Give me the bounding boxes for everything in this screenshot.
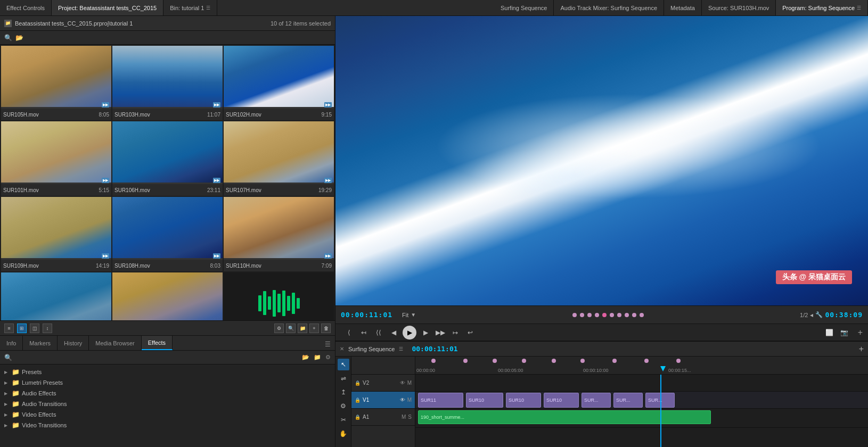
add-marker-btn[interactable]: + xyxy=(858,328,863,337)
step-fwd-btn[interactable]: ▶▶ xyxy=(435,327,446,338)
timeline-add-track-btn[interactable]: + xyxy=(859,344,864,354)
next-frame-btn[interactable]: ▶ xyxy=(420,327,431,338)
tl-marker-1 xyxy=(431,359,436,363)
page-indicator: 1/2 ◂ 🔧 00:38:09 xyxy=(800,311,863,319)
clip-sur-dots-2[interactable]: SUR... xyxy=(613,393,643,408)
tool-select[interactable]: ↖ xyxy=(338,359,349,370)
list-view-btn[interactable]: ≡ xyxy=(4,324,14,333)
new-item-btn[interactable]: + xyxy=(309,324,319,333)
clip-surfseq[interactable]: ▶▶ Surfing Sequence 38:09 xyxy=(112,272,223,320)
tl-marker-9 xyxy=(676,359,681,363)
clip-duration-sur109: 14:19 xyxy=(96,263,109,269)
effects-folder-btn[interactable]: 📂 xyxy=(302,354,309,361)
clip-sur108[interactable]: ▶▶ SUR108H.mov 8:03 xyxy=(112,197,223,271)
mute-v2[interactable]: M xyxy=(407,380,412,386)
timeline-menu-icon[interactable]: ☰ xyxy=(399,346,403,352)
clip-sur103[interactable]: ▶▶ SUR103H.mov 11:07 xyxy=(112,46,223,120)
tab-effects[interactable]: Effects xyxy=(142,336,173,350)
clip-settings-btn[interactable]: ⚙ xyxy=(274,324,284,333)
mute-a1[interactable]: M xyxy=(402,414,406,420)
clip-footer-sur102: SUR102H.mov 9:15 xyxy=(224,109,334,120)
tool-razor[interactable]: ✂ xyxy=(338,414,349,426)
go-to-in-btn[interactable]: ↤ xyxy=(358,327,370,338)
timeline-ruler: 00:00:00 00:00:05:00 00:00:10:00 00:00:1… xyxy=(415,357,868,374)
tab-project[interactable]: Project: Beatassistant tests_CC_2015 xyxy=(52,0,163,15)
delete-btn[interactable]: 🗑 xyxy=(321,324,331,333)
clip-name-sur103: SUR103H.mov xyxy=(114,112,150,118)
effects-new-folder-btn[interactable]: 📁 xyxy=(314,354,321,361)
effects-menu-icon[interactable]: ☰ xyxy=(321,338,335,350)
clip-sur101[interactable]: ▶▶ SUR101H.mov 5:15 xyxy=(1,121,111,196)
tree-lumetri[interactable]: ▶ 📁 Lumetri Presets xyxy=(0,377,335,388)
tl-marker-6 xyxy=(580,359,585,363)
tree-video-effects[interactable]: ▶ 📁 Video Effects xyxy=(0,409,335,420)
tab-markers[interactable]: Markers xyxy=(23,336,58,350)
clip-sur11[interactable]: SUR11 xyxy=(418,393,463,408)
tab-history[interactable]: History xyxy=(58,336,89,350)
tool-snap[interactable]: ↥ xyxy=(338,386,349,398)
search-bin-btn[interactable]: 🔍 xyxy=(286,324,296,333)
clip-sur107[interactable]: ▶▶ SUR107H.mov 19:29 xyxy=(224,121,334,196)
free-form-btn[interactable]: ◫ xyxy=(30,324,39,333)
play-btn[interactable]: ▶ xyxy=(403,326,416,340)
zoom-icon: ◂ xyxy=(810,311,813,319)
clip-sur10-3[interactable]: SUR10 xyxy=(544,393,579,408)
tab-effect-controls[interactable]: Effect Controls xyxy=(0,0,52,15)
tree-label-lumetri: Lumetri Presets xyxy=(22,379,63,386)
clip-sur105[interactable]: ▶▶ SUR105H.mov 8:05 xyxy=(1,46,111,120)
tab-metadata[interactable]: Metadata xyxy=(664,0,702,15)
clip-badge-sur109: ▶▶ xyxy=(102,253,109,259)
sort-btn[interactable]: ↕ xyxy=(43,324,52,333)
tab-info[interactable]: Info xyxy=(0,336,23,350)
prev-frame-btn[interactable]: ◀ xyxy=(388,327,399,338)
icon-view-btn[interactable]: ⊞ xyxy=(17,324,27,333)
clip-sur10-1[interactable]: SUR10 xyxy=(466,393,503,408)
effects-settings-btn[interactable]: ⚙ xyxy=(325,354,331,361)
go-to-out-btn[interactable]: ↦ xyxy=(449,327,461,338)
clip-sur109[interactable]: ▶▶ SUR109H.mov 14:19 xyxy=(1,197,111,271)
tool-ripple[interactable]: ⇌ xyxy=(338,372,349,384)
tree-audio-effects[interactable]: ▶ 📁 Audio Effects xyxy=(0,388,335,399)
clip-sur-dots-1[interactable]: SUR... xyxy=(582,393,611,408)
clip-badge-sur108: ▶▶ xyxy=(213,253,220,259)
tab-bin[interactable]: Bin: tutorial 1 ☰ xyxy=(163,0,217,15)
clip-sur104[interactable]: ▶▶ SUR104H.mov 10:18 xyxy=(1,272,111,320)
solo-a1[interactable]: S xyxy=(408,414,412,420)
source-label: Source: SUR103H.mov xyxy=(708,5,769,11)
clip-sur10-2[interactable]: SUR10 xyxy=(506,393,541,408)
track-row-a1[interactable]: 190_short_summe... xyxy=(415,409,868,428)
mute-v1[interactable]: M xyxy=(407,397,412,403)
step-back-btn[interactable]: ⟨⟨ xyxy=(373,327,384,338)
tree-folder-video-effects: 📁 xyxy=(12,411,20,418)
eye-icon-v2[interactable]: 👁 xyxy=(400,380,405,386)
fit-dropdown-arrow[interactable]: ▼ xyxy=(411,312,416,318)
tool-hand[interactable]: ✋ xyxy=(338,428,349,440)
safe-margins-btn[interactable]: ⬜ xyxy=(824,327,836,338)
tool-zoom[interactable]: ⚙ xyxy=(338,400,349,412)
tab-program[interactable]: Program: Surfing Sequence ☰ xyxy=(776,0,868,15)
timeline-close-btn[interactable]: ✕ xyxy=(340,346,344,352)
tab-source[interactable]: Source: SUR103H.mov xyxy=(702,0,776,15)
clip-sur106[interactable]: ▶▶ SUR106H.mov 23:11 xyxy=(112,121,223,196)
timeline-timecode: 00:00:11:01 xyxy=(412,345,457,353)
tab-media-browser[interactable]: Media Browser xyxy=(89,336,141,350)
insert-before-btn[interactable]: ⟨ xyxy=(343,327,355,338)
tree-video-transitions[interactable]: ▶ 📁 Video Transitions xyxy=(0,420,335,431)
track-row-v1[interactable]: SUR11 SUR10 SUR10 SUR10 SUR... SUR... SU… xyxy=(415,392,868,409)
eye-icon-v1[interactable]: 👁 xyxy=(400,397,405,403)
track-label-v2: 🔒 V2 👁 M xyxy=(351,375,415,392)
clip-name-sur101: SUR101H.mov xyxy=(3,187,39,193)
clip-sur102[interactable]: ▶▶ SUR102H.mov 9:15 xyxy=(224,46,334,120)
tree-audio-transitions[interactable]: ▶ 📁 Audio Transitions xyxy=(0,399,335,409)
right-panel: 头条 @ 呆猫桌面云 00:00:11:01 Fit ▼ xyxy=(335,16,868,447)
loop-btn[interactable]: ↩ xyxy=(464,327,476,338)
export-frame-btn[interactable]: 📷 xyxy=(839,327,850,338)
clip-sur110[interactable]: ▶▶ SUR110H.mov 7:09 xyxy=(224,197,334,271)
track-row-v2[interactable] xyxy=(415,375,868,392)
tab-surfing-seq[interactable]: Surfing Sequence xyxy=(494,0,554,15)
tree-presets[interactable]: ▶ 📁 Presets xyxy=(0,367,335,377)
tab-audio-mixer[interactable]: Audio Track Mixer: Surfing Sequence xyxy=(554,0,664,15)
new-bin-btn[interactable]: 📁 xyxy=(298,324,307,333)
clip-audio[interactable]: ♪♪ 190_short_summe... 17:30531 xyxy=(224,272,334,320)
clip-audio-track[interactable]: 190_short_summe... xyxy=(418,410,711,424)
